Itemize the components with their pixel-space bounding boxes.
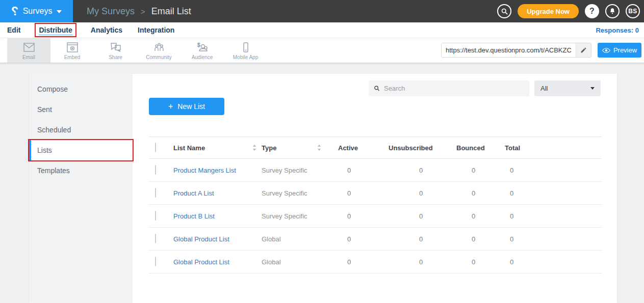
active-count: 0 bbox=[338, 258, 389, 266]
search-button[interactable] bbox=[497, 4, 511, 18]
audience-icon: $ bbox=[196, 42, 209, 52]
unsubscribed-count: 0 bbox=[389, 167, 456, 174]
distribute-annotation-box: Distribute bbox=[36, 24, 75, 36]
chevron-down-icon bbox=[57, 10, 62, 13]
active-count: 0 bbox=[338, 189, 389, 197]
email-sidebar: Compose Sent Scheduled Lists Templates bbox=[29, 74, 133, 303]
upgrade-now-button[interactable]: Upgrade Now bbox=[518, 4, 579, 18]
col-header-unsubscribed: Unsubscribed bbox=[389, 144, 456, 152]
total-count: 0 bbox=[505, 235, 602, 243]
row-checkbox[interactable] bbox=[155, 257, 156, 266]
preview-button[interactable]: Preview bbox=[598, 43, 641, 58]
tab-distribute[interactable]: Distribute bbox=[39, 26, 72, 37]
toolbar-tab-label: Email bbox=[22, 54, 35, 60]
avatar-initials: BS bbox=[628, 8, 637, 15]
row-checkbox[interactable] bbox=[155, 234, 156, 243]
tab-edit[interactable]: Edit bbox=[7, 26, 20, 34]
row-checkbox[interactable] bbox=[155, 165, 156, 175]
toolbar-tab-label: Share bbox=[109, 54, 122, 60]
page-body: Compose Sent Scheduled Lists Templates A… bbox=[0, 63, 644, 303]
bounced-count: 0 bbox=[456, 212, 505, 220]
unsubscribed-count: 0 bbox=[389, 189, 456, 197]
unsubscribed-count: 0 bbox=[389, 212, 456, 220]
toolbar-tab-audience[interactable]: $ Audience bbox=[181, 38, 224, 63]
col-header-type: Type bbox=[262, 144, 276, 152]
email-icon bbox=[23, 42, 35, 52]
sort-icon[interactable] bbox=[317, 145, 321, 151]
search-icon bbox=[501, 8, 508, 15]
list-name-link[interactable]: Product A List bbox=[173, 189, 214, 197]
list-type: Global bbox=[262, 258, 281, 266]
sidebar-item-templates[interactable]: Templates bbox=[29, 160, 133, 181]
toolbar-tab-label: Embed bbox=[64, 54, 81, 60]
unsubscribed-count: 0 bbox=[389, 235, 456, 243]
mobile-app-icon bbox=[240, 42, 252, 52]
edit-url-button[interactable] bbox=[576, 43, 591, 57]
toolbar-tab-email[interactable]: Email bbox=[7, 38, 50, 63]
help-button[interactable]: ? bbox=[585, 4, 599, 18]
question-mark-icon: ? bbox=[589, 7, 595, 16]
bell-icon bbox=[609, 8, 616, 15]
col-header-bounced: Bounced bbox=[456, 144, 505, 152]
list-search-input[interactable] bbox=[384, 85, 524, 92]
col-header-list-name: List Name bbox=[173, 144, 205, 152]
toolbar-tab-mobile-app[interactable]: Mobile App bbox=[224, 38, 267, 63]
table-row: Global Product List Global 0 0 0 0 bbox=[149, 251, 602, 273]
toolbar-tab-embed[interactable]: Embed bbox=[50, 38, 94, 63]
survey-url-input[interactable] bbox=[442, 43, 576, 57]
sidebar-item-lists[interactable]: Lists bbox=[29, 140, 133, 160]
bounced-count: 0 bbox=[456, 258, 505, 266]
avatar[interactable]: BS bbox=[626, 4, 640, 18]
select-all-cell bbox=[149, 143, 173, 152]
list-type: Survey Specific bbox=[262, 212, 307, 220]
active-count: 0 bbox=[338, 212, 389, 220]
sidebar-item-compose[interactable]: Compose bbox=[29, 79, 133, 99]
product-menu-label: Surveys bbox=[23, 7, 53, 16]
plus-icon: + bbox=[168, 102, 173, 111]
list-type-filter-dropdown[interactable]: All bbox=[534, 80, 601, 96]
distribute-toolbar: Email Embed Share Community $ Audience M… bbox=[0, 38, 644, 63]
total-count: 0 bbox=[505, 167, 602, 174]
table-row: Product B List Survey Specific 0 0 0 0 bbox=[149, 205, 602, 228]
row-checkbox[interactable] bbox=[155, 188, 156, 198]
preview-label: Preview bbox=[613, 46, 637, 54]
header-actions: Upgrade Now ? BS bbox=[497, 4, 644, 18]
tab-integration[interactable]: Integration bbox=[138, 26, 174, 34]
breadcrumb-parent[interactable]: My Surveys bbox=[87, 6, 135, 17]
product-switcher[interactable]: ? Surveys bbox=[0, 0, 73, 22]
list-name-link[interactable]: Product B List bbox=[173, 212, 215, 220]
active-count: 0 bbox=[338, 167, 389, 174]
toolbar-tab-label: Mobile App bbox=[233, 54, 258, 60]
new-list-label: New List bbox=[177, 102, 205, 111]
breadcrumb-current: Email List bbox=[151, 6, 191, 17]
responses-count[interactable]: Responses: 0 bbox=[596, 26, 644, 34]
notifications-button[interactable] bbox=[605, 4, 620, 18]
sidebar-item-scheduled[interactable]: Scheduled bbox=[29, 120, 133, 140]
toolbar-tab-share[interactable]: Share bbox=[94, 38, 137, 63]
tab-analytics[interactable]: Analytics bbox=[91, 26, 122, 34]
list-name-link[interactable]: Global Product List bbox=[173, 235, 229, 243]
table-row: Product A List Survey Specific 0 0 0 0 bbox=[149, 182, 602, 205]
col-header-total: Total bbox=[505, 144, 602, 152]
toolbar-tab-community[interactable]: Community bbox=[137, 38, 181, 63]
bounced-count: 0 bbox=[456, 189, 505, 197]
survey-tabbar: Edit Distribute Analytics Integration Re… bbox=[0, 22, 644, 38]
table-row: Product Mangers List Survey Specific 0 0… bbox=[149, 159, 602, 182]
list-type: Global bbox=[262, 235, 281, 243]
select-all-checkbox[interactable] bbox=[155, 143, 156, 152]
row-checkbox[interactable] bbox=[155, 211, 156, 221]
col-header-active: Active bbox=[338, 144, 389, 152]
total-count: 0 bbox=[505, 258, 602, 266]
sort-icon[interactable] bbox=[252, 145, 256, 151]
breadcrumb-separator: > bbox=[141, 7, 145, 16]
new-list-button[interactable]: + New List bbox=[149, 98, 224, 115]
list-name-link[interactable]: Product Mangers List bbox=[173, 167, 236, 174]
list-name-link[interactable]: Global Product List bbox=[173, 258, 229, 266]
community-icon bbox=[153, 42, 165, 52]
search-icon bbox=[374, 85, 380, 92]
chevron-down-icon bbox=[590, 87, 595, 90]
eye-icon bbox=[602, 47, 610, 53]
total-count: 0 bbox=[505, 189, 602, 197]
sidebar-item-sent[interactable]: Sent bbox=[29, 99, 133, 120]
table-row: Global Product List Global 0 0 0 0 bbox=[149, 228, 602, 251]
